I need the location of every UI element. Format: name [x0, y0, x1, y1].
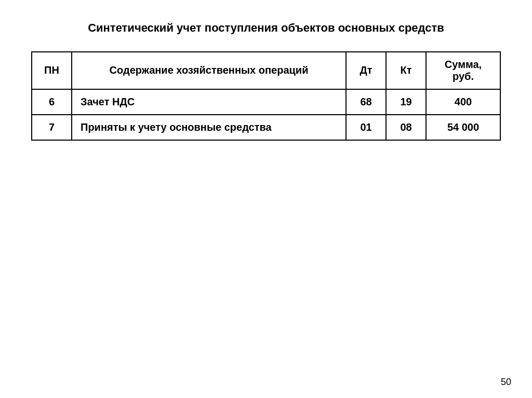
header-content: Содержание хозяйственных операций [72, 52, 346, 89]
cell-dt-0: 68 [346, 89, 386, 115]
page-container: Синтетический учет поступления объектов … [0, 0, 532, 398]
cell-kt-1: 08 [386, 115, 426, 140]
cell-pn-0: 6 [32, 89, 72, 115]
cell-pn-1: 7 [32, 115, 72, 140]
page-number: 50 [501, 377, 511, 388]
cell-dt-1: 01 [346, 115, 386, 140]
table-header-row: ПН Содержание хозяйственных операций Дт … [32, 52, 500, 89]
cell-summa-1: 54 000 [426, 115, 500, 140]
header-dt: Дт [346, 52, 386, 89]
cell-summa-0: 400 [426, 89, 500, 115]
header-kt: Кт [386, 52, 426, 89]
table-row: 7Приняты к учету основные средства010854… [32, 115, 500, 140]
header-summa: Сумма, руб. [426, 52, 500, 89]
cell-content-1: Приняты к учету основные средства [72, 115, 346, 140]
table-row: 6Зачет НДС6819400 [32, 89, 500, 115]
cell-kt-0: 19 [386, 89, 426, 115]
page-title: Синтетический учет поступления объектов … [88, 21, 444, 36]
header-pn: ПН [32, 52, 72, 89]
cell-content-0: Зачет НДС [72, 89, 346, 115]
main-table: ПН Содержание хозяйственных операций Дт … [31, 51, 501, 141]
